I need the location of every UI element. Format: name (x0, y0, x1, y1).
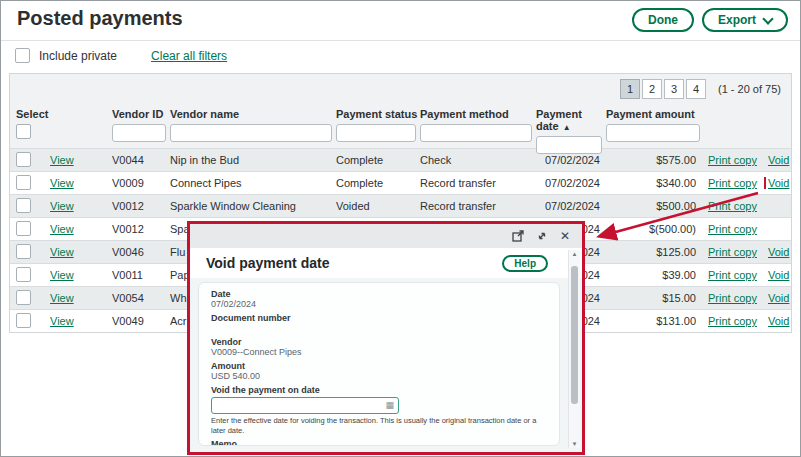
print-copy-link[interactable]: Print copy (708, 177, 757, 189)
view-link[interactable]: View (50, 269, 74, 281)
view-link[interactable]: View (50, 154, 74, 166)
payment-status-cell: Complete (336, 177, 420, 189)
payment-status-filter-input[interactable] (336, 124, 416, 142)
vendor-name-cell: Connect Pipes (170, 177, 336, 189)
payment-date-cell: 07/02/2024 (536, 177, 606, 189)
view-link[interactable]: View (50, 315, 74, 327)
row-checkbox[interactable] (16, 244, 31, 259)
void-link-highlighted[interactable]: Void (768, 177, 789, 189)
calendar-icon[interactable]: ▦ (385, 401, 394, 410)
view-link[interactable]: View (50, 292, 74, 304)
field-amount: Amount USD 540.00 (211, 361, 547, 382)
vendor-id-cell: V0044 (112, 154, 170, 166)
vendor-name-cell: Sparkle Window Cleaning (170, 200, 336, 212)
row-checkbox[interactable] (16, 221, 31, 236)
include-private-label: Include private (39, 49, 117, 63)
vendor-id-cell: V0054 (112, 292, 170, 304)
vendor-name-filter-input[interactable] (170, 124, 332, 142)
clear-all-filters-link[interactable]: Clear all filters (151, 49, 227, 63)
payment-amount-cell: $131.00 (606, 315, 698, 327)
scroll-down-icon[interactable]: ▾ (573, 440, 577, 448)
payment-amount-filter-input[interactable] (606, 124, 700, 142)
vendor-id-cell: V0012 (112, 200, 170, 212)
include-private-checkbox[interactable] (15, 48, 30, 63)
done-button-label: Done (648, 13, 678, 27)
void-payment-dialog: ✕ Void payment date Help Date 07/02/2024… (187, 221, 585, 455)
dialog-body: Date 07/02/2024 Document number Vendor V… (190, 278, 582, 452)
row-checkbox[interactable] (16, 175, 31, 190)
vendor-id-cell: V0009 (112, 177, 170, 189)
header-buttons: Done Export (632, 8, 788, 32)
void-date-input[interactable]: ▦ (211, 397, 399, 414)
help-button[interactable]: Help (502, 255, 548, 272)
void-link[interactable]: Void (768, 154, 789, 166)
payment-amount-cell: $125.00 (606, 246, 698, 258)
payment-date-cell: 07/02/2024 (536, 154, 606, 166)
page-title: Posted payments (17, 7, 183, 30)
print-copy-link[interactable]: Print copy (708, 246, 757, 258)
view-link[interactable]: View (50, 200, 74, 212)
view-link[interactable]: View (50, 223, 74, 235)
print-copy-link[interactable]: Print copy (708, 269, 757, 281)
header-payment-method: Payment method (420, 108, 536, 154)
select-all-checkbox[interactable] (16, 124, 31, 139)
vendor-id-cell: V0012 (112, 223, 170, 235)
dialog-window-controls: ✕ (190, 224, 582, 248)
payment-date-filter-input[interactable] (536, 136, 602, 154)
void-link[interactable]: Void (768, 269, 789, 281)
row-checkbox[interactable] (16, 198, 31, 213)
dialog-scrollbar[interactable]: ▴ ▾ (568, 250, 580, 448)
print-copy-link[interactable]: Print copy (708, 292, 757, 304)
scroll-up-icon[interactable]: ▴ (573, 250, 577, 258)
view-link[interactable]: View (50, 177, 74, 189)
close-icon[interactable]: ✕ (560, 230, 570, 242)
payment-amount-cell: $15.00 (606, 292, 698, 304)
page-button-1[interactable]: 1 (620, 79, 640, 99)
export-button[interactable]: Export (702, 8, 788, 32)
field-document-number-value (211, 323, 547, 334)
row-checkbox[interactable] (16, 152, 31, 167)
page-button-3[interactable]: 3 (664, 79, 684, 99)
vendor-id-cell: V0049 (112, 315, 170, 327)
print-copy-link[interactable]: Print copy (708, 200, 757, 212)
vendor-id-cell: V0011 (112, 269, 170, 281)
payment-status-cell: Voided (336, 200, 420, 212)
void-link[interactable]: Void (768, 315, 789, 327)
header-vendor-name: Vendor name (170, 108, 336, 154)
vendor-id-filter-input[interactable] (112, 124, 166, 142)
field-document-number: Document number (211, 313, 547, 334)
print-copy-link[interactable]: Print copy (708, 315, 757, 327)
header-vendor-id: Vendor ID (112, 108, 170, 154)
row-checkbox[interactable] (16, 290, 31, 305)
void-link[interactable]: Void (768, 292, 789, 304)
filter-bar: Include private Clear all filters (15, 48, 227, 63)
expand-icon[interactable] (536, 230, 548, 242)
void-date-help-text: Enter the effective date for voiding the… (211, 416, 547, 436)
print-copy-link[interactable]: Print copy (708, 223, 757, 235)
row-checkbox[interactable] (16, 313, 31, 328)
header-payment-status: Payment status (336, 108, 420, 154)
view-link[interactable]: View (50, 246, 74, 258)
dialog-title-bar: Void payment date Help (190, 248, 582, 278)
payment-amount-cell: $575.00 (606, 154, 698, 166)
row-checkbox[interactable] (16, 267, 31, 282)
field-date-value: 07/02/2024 (211, 299, 547, 310)
done-button[interactable]: Done (632, 8, 694, 32)
header-select: Select (16, 108, 50, 154)
print-copy-link[interactable]: Print copy (708, 154, 757, 166)
chevron-down-icon (762, 13, 773, 24)
dialog-title: Void payment date (206, 255, 502, 271)
void-link[interactable]: Void (768, 246, 789, 258)
page-button-4[interactable]: 4 (686, 79, 706, 99)
pagination-bar: 1 2 3 4 (1 - 20 of 75) (10, 74, 791, 104)
payment-date-cell: 07/02/2024 (536, 200, 606, 212)
payment-status-cell: Complete (336, 154, 420, 166)
scrollbar-thumb[interactable] (571, 266, 578, 404)
payment-method-cell: Check (420, 154, 536, 166)
page-button-2[interactable]: 2 (642, 79, 662, 99)
table-row: View V0009 Connect Pipes Complete Record… (10, 171, 791, 194)
payment-method-filter-input[interactable] (420, 124, 532, 142)
header-payment-date[interactable]: Payment date▲ (536, 108, 606, 154)
header-view-spacer (50, 108, 112, 154)
popout-icon[interactable] (512, 230, 524, 242)
